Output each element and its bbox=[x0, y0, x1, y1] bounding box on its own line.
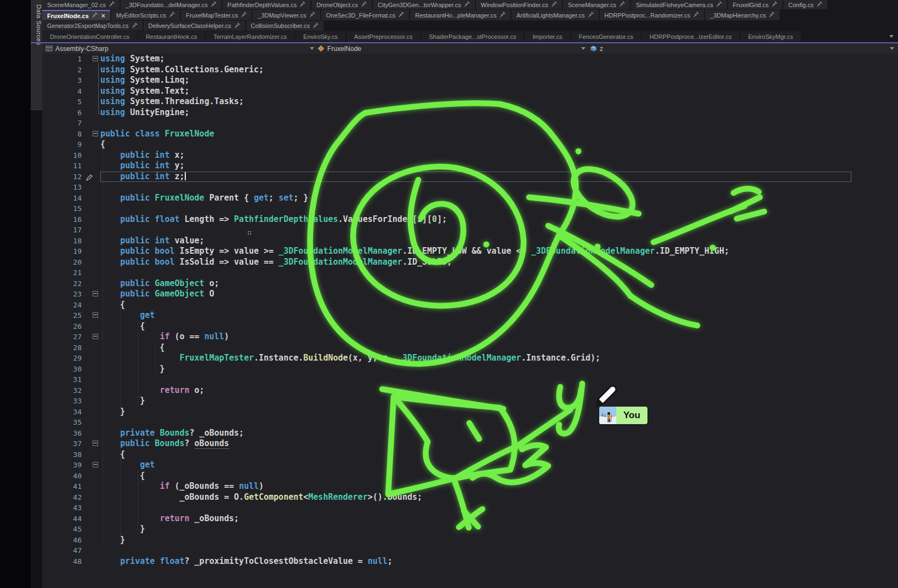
tab-Generator2ExportMapTools.cs[interactable]: Generator2ExportMapTools.cs bbox=[42, 21, 143, 31]
tab-SceneManager.cs[interactable]: SceneManager.cs bbox=[563, 0, 630, 9]
code-line-20[interactable]: 20 public bool IsSolid => value == _3DFo… bbox=[42, 257, 898, 268]
project-dropdown-chevron-icon[interactable] bbox=[310, 47, 314, 50]
tab-SimulatedFisheyeCamera.cs[interactable]: SimulatedFisheyeCamera.cs bbox=[631, 0, 727, 9]
code-line-27[interactable]: 27 if (o == null) bbox=[42, 332, 898, 342]
pin-icon[interactable] bbox=[500, 12, 505, 19]
tab-HDRPPostproce...izerEditor.cs[interactable]: HDRPPostproce...izerEditor.cs bbox=[642, 31, 740, 42]
code-editor[interactable]: 1using System;2using System.Collections.… bbox=[42, 54, 898, 588]
code-line-15[interactable]: 15 bbox=[42, 203, 898, 214]
pin-icon[interactable] bbox=[817, 1, 822, 8]
code-line-47[interactable]: 47 bbox=[42, 545, 898, 556]
code-line-41[interactable]: 41 if (_oBounds == null) bbox=[42, 481, 898, 492]
code-line-8[interactable]: 8public class FruxelNode bbox=[42, 129, 898, 140]
tab-ShaderPackage...stProcessor.cs[interactable]: ShaderPackage...stProcessor.cs bbox=[421, 31, 524, 42]
code-line-26[interactable]: 26 { bbox=[42, 321, 898, 332]
code-line-13[interactable]: 13 bbox=[42, 182, 898, 193]
pin-icon[interactable] bbox=[313, 22, 319, 30]
tab-AssetPreprocessor.cs[interactable]: AssetPreprocessor.cs bbox=[346, 31, 420, 42]
code-line-45[interactable]: 45 } bbox=[42, 524, 898, 535]
tab-EnviroSkyMgr.cs[interactable]: EnviroSkyMgr.cs bbox=[741, 31, 801, 42]
code-line-25[interactable]: 25 get bbox=[42, 310, 898, 321]
pin-icon[interactable] bbox=[109, 1, 115, 8]
code-line-16[interactable]: 16 public float Length => PathfinderDept… bbox=[42, 214, 898, 225]
pin-icon[interactable] bbox=[169, 12, 175, 19]
fold-collapse-box[interactable] bbox=[93, 131, 98, 136]
pin-icon[interactable] bbox=[300, 1, 305, 8]
tab-FruxelGrid.cs[interactable]: FruxelGrid.cs bbox=[728, 0, 782, 9]
code-line-14[interactable]: 14 public FruxelNode Parent { get; set; … bbox=[42, 193, 898, 204]
tab-MyEditorScripts.cs[interactable]: MyEditorScripts.cs bbox=[111, 10, 180, 20]
tab-TerrainLayerRandomizer.cs[interactable]: TerrainLayerRandomizer.cs bbox=[206, 31, 294, 42]
code-line-7[interactable]: 7 bbox=[42, 118, 898, 129]
fold-collapse-box[interactable] bbox=[93, 291, 98, 296]
tab-HDRPPostproc...Randomizer.cs[interactable]: HDRPPostproc...Randomizer.cs bbox=[600, 10, 704, 20]
pin-icon[interactable] bbox=[464, 1, 470, 8]
tab-_3DMapHierarchy.cs[interactable]: _3DMapHierarchy.cs bbox=[705, 10, 780, 20]
tab-PathfinderDepthValues.cs[interactable]: PathfinderDepthValues.cs bbox=[223, 0, 310, 9]
code-line-12[interactable]: 12 public int z; bbox=[42, 172, 898, 182]
pin-icon[interactable] bbox=[211, 1, 217, 8]
tab-DroneOrientationController.cs[interactable]: DroneOrientationController.cs bbox=[42, 31, 137, 42]
tab-overflow-chevron-icon[interactable] bbox=[889, 35, 894, 38]
code-line-30[interactable]: 30 } bbox=[42, 364, 898, 375]
pin-icon[interactable] bbox=[241, 12, 247, 19]
pin-icon[interactable] bbox=[310, 12, 315, 19]
code-line-22[interactable]: 22 public GameObject o; bbox=[42, 278, 898, 289]
code-line-37[interactable]: 37 public Bounds? oBounds bbox=[42, 438, 898, 449]
fold-collapse-box[interactable] bbox=[93, 56, 98, 61]
pin-icon[interactable] bbox=[552, 1, 557, 8]
data-sources-tool-tab[interactable]: Data Sources bbox=[31, 0, 43, 110]
project-dropdown[interactable]: Assembly-CSharp bbox=[46, 43, 109, 54]
code-line-5[interactable]: 5using System.Threading.Tasks; bbox=[42, 96, 898, 107]
code-line-9[interactable]: 9{ bbox=[42, 139, 898, 150]
code-line-44[interactable]: 44 return _oBounds; bbox=[42, 513, 898, 524]
code-line-42[interactable]: 42 _oBounds = O.GetComponent<MeshRendere… bbox=[42, 492, 898, 503]
code-line-11[interactable]: 11 public int y; bbox=[42, 161, 898, 172]
type-dropdown[interactable]: FruxelNode bbox=[317, 43, 361, 54]
code-line-6[interactable]: 6using UnityEngine; bbox=[42, 107, 898, 118]
code-line-36[interactable]: 36 private Bounds? _oBounds; bbox=[42, 428, 898, 439]
pin-icon[interactable] bbox=[717, 1, 722, 8]
tab-SceneManager_02.cs[interactable]: SceneManager_02.cs bbox=[42, 0, 120, 9]
tab-Config.cs[interactable]: Config.cs bbox=[783, 0, 827, 9]
tab-EnviroSky.cs[interactable]: EnviroSky.cs bbox=[295, 31, 345, 42]
code-line-35[interactable]: 35 bbox=[42, 417, 898, 428]
code-line-38[interactable]: 38 { bbox=[42, 449, 898, 460]
code-line-3[interactable]: 3using System.Linq; bbox=[42, 75, 898, 86]
pin-icon[interactable] bbox=[772, 1, 777, 8]
code-line-32[interactable]: 32 return o; bbox=[42, 385, 898, 396]
code-line-2[interactable]: 2using System.Collections.Generic; bbox=[42, 65, 898, 76]
pin-icon[interactable] bbox=[694, 12, 699, 19]
code-line-17[interactable]: 17 bbox=[42, 225, 898, 236]
pin-icon[interactable] bbox=[769, 12, 775, 19]
tab-Importer.cs[interactable]: Importer.cs bbox=[525, 31, 570, 42]
code-line-24[interactable]: 24 { bbox=[42, 300, 898, 311]
tab-CollisionSubscriber.cs[interactable]: CollisionSubscriber.cs bbox=[246, 21, 324, 31]
code-line-23[interactable]: 23 public GameObject O bbox=[42, 289, 898, 300]
pin-icon[interactable] bbox=[588, 12, 594, 19]
code-line-46[interactable]: 46 } bbox=[42, 535, 898, 546]
pin-icon[interactable] bbox=[619, 1, 625, 8]
tab-RestaurantHook.cs[interactable]: RestaurantHook.cs bbox=[138, 31, 205, 42]
code-line-10[interactable]: 10 public int x; bbox=[42, 150, 898, 161]
member-dropdown-chevron-icon[interactable] bbox=[890, 47, 894, 50]
tab-FencesGenerator.cs[interactable]: FencesGenerator.cs bbox=[571, 31, 641, 42]
tab-WindowPositionFinder.cs[interactable]: WindowPositionFinder.cs bbox=[476, 0, 562, 9]
fold-collapse-box[interactable] bbox=[93, 334, 98, 339]
tab-CityGen3DGen...torWrapper.cs[interactable]: CityGen3DGen...torWrapper.cs bbox=[373, 0, 475, 9]
pin-icon[interactable] bbox=[399, 12, 404, 19]
pin-icon[interactable] bbox=[92, 12, 98, 19]
code-line-33[interactable]: 33 } bbox=[42, 396, 898, 407]
pin-icon[interactable] bbox=[132, 22, 138, 30]
fold-collapse-box[interactable] bbox=[93, 312, 98, 318]
code-line-19[interactable]: 19 public bool IsEmpty => value >= _3DFo… bbox=[42, 246, 898, 257]
type-dropdown-chevron-icon[interactable] bbox=[581, 47, 586, 50]
code-line-48[interactable]: 48 private float? _proximityToClosestObs… bbox=[42, 556, 898, 567]
tab-RestaurantHo...pleManager.cs[interactable]: RestaurantHo...pleManager.cs bbox=[410, 10, 510, 20]
tab-OneSec3D_FileFormat.cs[interactable]: OneSec3D_FileFormat.cs bbox=[321, 10, 410, 20]
code-line-29[interactable]: 29 FruxelMapTester.Instance.BuildNode(x,… bbox=[42, 353, 898, 364]
tab-FruxelNode.cs[interactable]: FruxelNode.cs× bbox=[42, 10, 110, 20]
close-icon[interactable]: × bbox=[101, 13, 105, 19]
code-line-31[interactable]: 31 bbox=[42, 374, 898, 385]
fold-collapse-box[interactable] bbox=[93, 441, 98, 446]
